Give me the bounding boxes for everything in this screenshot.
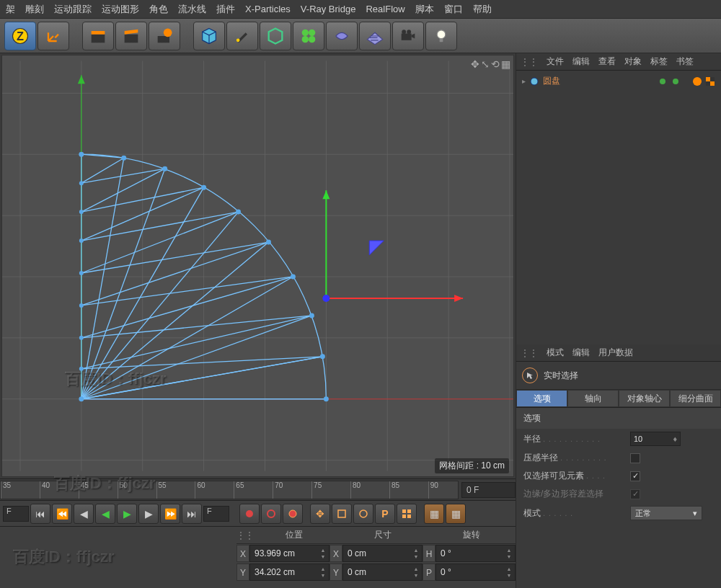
menu-V-Ray Bridge[interactable]: V-Ray Bridge bbox=[301, 4, 356, 14]
attr-tabs: 选项 轴向 对象轴心 细分曲面 bbox=[516, 390, 721, 408]
light-button[interactable] bbox=[425, 22, 457, 50]
svg-rect-12 bbox=[402, 33, 412, 40]
axis-button[interactable] bbox=[37, 22, 69, 50]
am-userdata[interactable]: 用户数据 bbox=[598, 347, 633, 359]
svg-rect-16 bbox=[440, 38, 443, 42]
svg-rect-90 bbox=[402, 509, 406, 513]
size-Y[interactable]: 0 cm▲▼ bbox=[342, 564, 423, 581]
object-manager-head: ⋮⋮ 文件 编辑 查看 对象 标签 书签 bbox=[516, 53, 721, 71]
current-frame[interactable]: 0 F bbox=[461, 482, 516, 498]
pen-spline-button[interactable] bbox=[226, 22, 258, 50]
go-end-button[interactable]: ⏭ bbox=[182, 504, 202, 524]
pressure-checkbox[interactable] bbox=[630, 453, 640, 463]
expand-icon[interactable]: ▸ bbox=[522, 77, 526, 85]
tab-options[interactable]: 选项 bbox=[516, 390, 567, 407]
frame-out[interactable]: F bbox=[203, 506, 229, 522]
param-key-button[interactable]: P bbox=[375, 504, 395, 524]
size-X[interactable]: 0 cm▲▼ bbox=[342, 545, 423, 562]
vis-render-icon[interactable] bbox=[671, 76, 681, 86]
go-start-button[interactable]: ⏮ bbox=[30, 504, 50, 524]
prev-frame-button[interactable]: ◀ bbox=[74, 504, 94, 524]
tab-axis[interactable]: 轴向 bbox=[567, 390, 619, 407]
autokey-button[interactable] bbox=[261, 504, 281, 524]
om-view[interactable]: 查看 bbox=[598, 55, 616, 68]
object-tree[interactable]: ▸ 圆盘 bbox=[516, 71, 721, 344]
vp-zoom-icon[interactable]: ⤡ bbox=[481, 58, 490, 70]
menu-运动图形[interactable]: 运动图形 bbox=[102, 3, 139, 16]
play-back-button[interactable]: ◀ bbox=[95, 504, 115, 524]
clapper2-button[interactable] bbox=[115, 22, 147, 50]
svg-point-63 bbox=[121, 156, 126, 161]
viewport[interactable]: ✥ ⤡ ⟲ ▦ bbox=[1, 55, 514, 477]
tolerance-checkbox[interactable]: ✓ bbox=[630, 489, 640, 499]
next-frame-button[interactable]: ▶ bbox=[138, 504, 159, 524]
render-view-button[interactable]: ▦ bbox=[424, 504, 444, 524]
menu-窗口[interactable]: 窗口 bbox=[444, 3, 463, 16]
pos-key-button[interactable]: ✥ bbox=[310, 504, 330, 524]
object-row[interactable]: ▸ 圆盘 bbox=[519, 74, 718, 89]
rot-P[interactable]: 0 °▲▼ bbox=[435, 564, 516, 581]
om-object[interactable]: 对象 bbox=[624, 55, 642, 68]
vp-rotate-icon[interactable]: ⟲ bbox=[491, 58, 500, 70]
render-pv-button[interactable]: ▦ bbox=[446, 504, 466, 524]
svg-rect-91 bbox=[407, 509, 411, 513]
rot-key-button[interactable] bbox=[353, 504, 373, 524]
nurbs-button[interactable] bbox=[260, 22, 291, 50]
pos-X[interactable]: 93.969 cm▲▼ bbox=[249, 545, 329, 562]
floor-button[interactable] bbox=[359, 22, 391, 50]
am-mode[interactable]: 模式 bbox=[547, 347, 564, 359]
clapper1-button[interactable] bbox=[82, 22, 114, 50]
tag-phong-icon[interactable] bbox=[692, 76, 702, 86]
om-bookmark[interactable]: 书签 bbox=[676, 55, 694, 68]
rot-H[interactable]: 0 °▲▼ bbox=[435, 545, 516, 562]
timeline[interactable]: 354045505560657075808590 0 F bbox=[0, 478, 516, 500]
pla-key-button[interactable] bbox=[397, 504, 417, 524]
tab-sds[interactable]: 细分曲面 bbox=[670, 390, 721, 407]
next-key-button[interactable]: ⏩ bbox=[160, 504, 180, 524]
keyframe-button[interactable] bbox=[283, 504, 303, 524]
svg-point-95 bbox=[660, 79, 665, 84]
undo-button[interactable]: Z bbox=[4, 22, 36, 50]
vp-layout-icon[interactable]: ▦ bbox=[501, 58, 510, 70]
svg-line-59 bbox=[81, 277, 293, 338]
menu-插件[interactable]: 插件 bbox=[216, 3, 235, 16]
object-name[interactable]: 圆盘 bbox=[543, 75, 560, 87]
menu-帮助[interactable]: 帮助 bbox=[473, 3, 492, 16]
svg-point-9 bbox=[309, 29, 315, 35]
am-edit[interactable]: 编辑 bbox=[572, 347, 590, 359]
svg-point-74 bbox=[79, 210, 84, 214]
camera-button[interactable] bbox=[392, 22, 424, 50]
menu-雕刻[interactable]: 雕刻 bbox=[25, 3, 44, 16]
mode-select[interactable]: 正常▾ bbox=[630, 506, 702, 520]
visible-checkbox[interactable]: ✓ bbox=[630, 471, 640, 481]
frame-in[interactable]: F bbox=[3, 506, 29, 522]
tab-objaxis[interactable]: 对象轴心 bbox=[619, 390, 670, 407]
svg-point-85 bbox=[246, 510, 253, 517]
menu-脚本[interactable]: 脚本 bbox=[415, 3, 434, 16]
prev-key-button[interactable]: ⏪ bbox=[52, 504, 72, 524]
timeline-ruler[interactable]: 354045505560657075808590 bbox=[0, 481, 459, 499]
menu-X-Particles[interactable]: X-Particles bbox=[245, 4, 291, 14]
radius-field[interactable]: 10♦ bbox=[630, 432, 681, 446]
tag-tex-icon[interactable] bbox=[705, 76, 715, 86]
menu-RealFlow[interactable]: RealFlow bbox=[366, 4, 404, 14]
record-button[interactable] bbox=[239, 504, 260, 524]
om-tag[interactable]: 标签 bbox=[650, 55, 668, 68]
menu-角色[interactable]: 角色 bbox=[149, 3, 168, 16]
menu-架[interactable]: 架 bbox=[6, 3, 15, 16]
svg-point-10 bbox=[302, 36, 309, 43]
pos-Y[interactable]: 34.202 cm▲▼ bbox=[249, 564, 329, 581]
menu-运动跟踪[interactable]: 运动跟踪 bbox=[54, 3, 92, 16]
scale-key-button[interactable] bbox=[332, 504, 352, 524]
play-button[interactable]: ▶ bbox=[117, 504, 137, 524]
array-button[interactable] bbox=[293, 22, 324, 50]
om-edit[interactable]: 编辑 bbox=[572, 55, 590, 68]
menu-流水线[interactable]: 流水线 bbox=[178, 3, 206, 16]
deformer-button[interactable] bbox=[326, 22, 358, 50]
clapper-gear-button[interactable] bbox=[149, 22, 180, 50]
vis-editor-icon[interactable] bbox=[658, 76, 668, 86]
om-file[interactable]: 文件 bbox=[547, 55, 564, 68]
section-options: 选项 bbox=[516, 408, 721, 429]
cube-primitive-button[interactable] bbox=[193, 22, 225, 50]
vp-move-icon[interactable]: ✥ bbox=[471, 58, 479, 70]
